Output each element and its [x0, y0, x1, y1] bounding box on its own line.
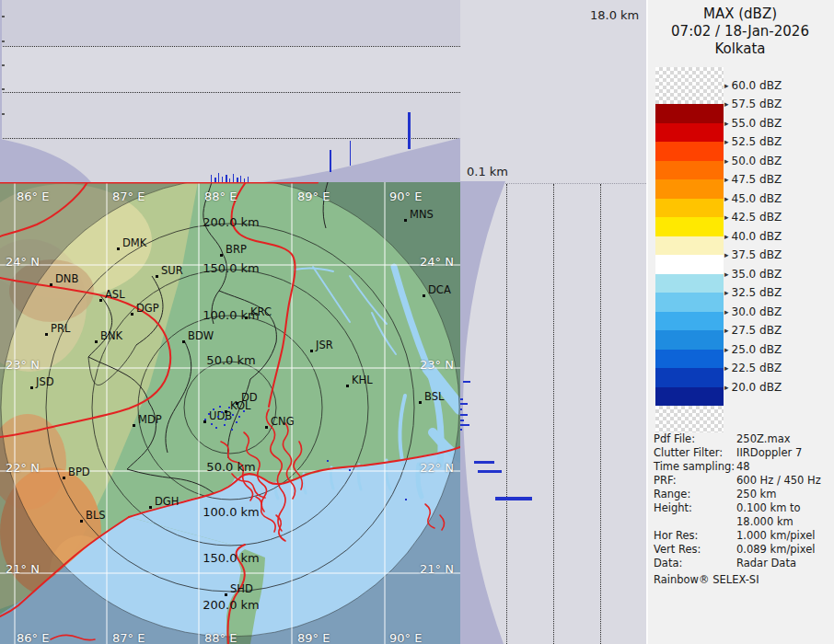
dbz-scale-label: ▸55.0 dBZ — [724, 116, 782, 131]
radar-product-window: 86° E86° E87° E87° E88° E88° E89° E89° E… — [0, 0, 834, 644]
metadata-row: Range:250 km — [654, 488, 830, 501]
metadata-value: 0.100 km to — [736, 501, 801, 514]
radar-echo-profile — [459, 403, 468, 405]
radar-echo-profile — [495, 497, 532, 500]
top-height-panel — [0, 0, 460, 182]
dbz-band — [655, 368, 724, 387]
dbz-color-scale — [655, 67, 724, 432]
dbz-band — [655, 179, 724, 199]
dbz-scale-label: ▸42.5 dBZ — [724, 210, 782, 224]
metadata-label: Clutter Filter: — [654, 446, 736, 460]
radar-echo-profile — [233, 174, 234, 182]
scale-tick-arrow-icon: ▸ — [724, 270, 729, 279]
dbz-scale-label: ▸50.0 dBZ — [724, 154, 782, 168]
radar-echo-profile — [463, 381, 470, 383]
scale-tick-arrow-icon: ▸ — [724, 250, 729, 259]
dbz-scale-label: ▸27.5 dBZ — [724, 323, 782, 338]
dbz-scale-label: ▸57.5 dBZ — [724, 97, 782, 111]
radar-map — [0, 182, 460, 644]
scale-tick-arrow-icon: ▸ — [724, 326, 729, 335]
scale-tick-arrow-icon: ▸ — [724, 232, 729, 241]
scale-tick-arrow-icon: ▸ — [724, 156, 729, 166]
color-scale-bands — [655, 104, 724, 406]
dbz-band — [655, 236, 724, 256]
metadata-label: Hor Res: — [654, 529, 736, 543]
dbz-scale-label: ▸32.5 dBZ — [724, 285, 782, 300]
product-metadata: Pdf File:250Z.maxClutter Filter:IIRDoppl… — [654, 432, 830, 587]
dbz-scale-label: ▸22.5 dBZ — [724, 361, 782, 375]
scale-tick-arrow-icon: ▸ — [724, 307, 729, 316]
radar-echo-profile — [474, 461, 494, 464]
color-scale-overflow-bottom — [655, 406, 724, 432]
product-name: MAX (dBZ) — [646, 6, 834, 23]
radar-echo-profile — [330, 150, 331, 172]
product-datetime: 07:02 / 18-Jan-2026 — [646, 23, 834, 40]
metadata-rows: Pdf File:250Z.maxClutter Filter:IIRDoppl… — [654, 432, 830, 570]
dbz-scale-label: ▸30.0 dBZ — [724, 305, 782, 319]
metadata-value: 18.000 km — [736, 515, 793, 528]
metadata-value: IIRDoppler 7 — [736, 446, 802, 459]
software-brand: Rainbow® SELEX-SI — [654, 573, 830, 587]
metadata-value: Radar Data — [736, 557, 796, 569]
scale-tick-arrow-icon: ▸ — [724, 363, 729, 373]
metadata-row: Height:0.100 km to — [654, 501, 830, 515]
metadata-label: Time sampling: — [654, 460, 736, 474]
top-panel-echoes — [0, 0, 460, 182]
dbz-band — [655, 330, 724, 350]
dbz-scale-label: ▸47.5 dBZ — [724, 172, 782, 187]
metadata-label: Range: — [654, 488, 736, 501]
dbz-scale-label: ▸45.0 dBZ — [724, 191, 782, 206]
metadata-label: Data: — [654, 557, 736, 570]
metadata-value: 250 km — [736, 488, 776, 500]
dbz-scale-label: ▸35.0 dBZ — [724, 267, 782, 282]
dbz-band — [655, 123, 724, 143]
metadata-row: Vert Res:0.089 km/pixel — [654, 543, 830, 557]
dbz-band — [655, 387, 724, 407]
dbz-band — [655, 350, 724, 369]
dbz-scale-label: ▸52.5 dBZ — [724, 134, 782, 149]
metadata-value: 250Z.max — [736, 432, 791, 445]
scale-tick-arrow-icon: ▸ — [724, 213, 729, 222]
radar-echo-profile — [211, 175, 212, 182]
radar-echo-profile — [240, 176, 241, 182]
side-panel-out-of-range-shading — [460, 138, 650, 644]
color-scale-overflow-top — [655, 67, 724, 104]
radar-echo-profile — [460, 424, 469, 426]
dbz-scale-label: ▸25.0 dBZ — [724, 342, 782, 357]
dbz-band — [655, 161, 724, 180]
dbz-band — [655, 142, 724, 161]
scale-tick-arrow-icon: ▸ — [724, 81, 729, 90]
station-name: Kolkata — [646, 40, 834, 58]
scale-tick-arrow-icon: ▸ — [724, 175, 729, 184]
dbz-band — [655, 293, 724, 312]
scale-tick-arrow-icon: ▸ — [724, 345, 729, 354]
radar-echo-profile — [408, 112, 411, 149]
metadata-label: Pdf File: — [654, 432, 736, 446]
dbz-band — [655, 312, 724, 331]
scale-tick-arrow-icon: ▸ — [724, 99, 729, 109]
height-axis-min-label: 0.1 km — [467, 165, 508, 178]
metadata-row: Time sampling:48 — [654, 460, 830, 474]
dbz-band — [655, 274, 724, 293]
radar-echo-profile — [226, 175, 227, 182]
metadata-row: Pdf File:250Z.max — [654, 432, 830, 446]
metadata-label: Height: — [654, 501, 736, 515]
height-axis-max-label: 18.0 km — [590, 8, 639, 22]
scale-tick-arrow-icon: ▸ — [724, 119, 729, 128]
radar-echo-profile — [218, 173, 219, 182]
metadata-row: 18.000 km — [654, 515, 830, 529]
metadata-row: PRF:600 Hz / 450 Hz — [654, 474, 830, 488]
metadata-label: Vert Res: — [654, 543, 736, 557]
metadata-label: PRF: — [654, 474, 736, 488]
radar-echo-profile — [350, 141, 351, 166]
metadata-row: Data:Radar Data — [654, 557, 830, 570]
metadata-row: Clutter Filter:IIRDoppler 7 — [654, 446, 830, 460]
scale-tick-arrow-icon: ▸ — [724, 194, 729, 203]
scale-tick-arrow-icon: ▸ — [724, 288, 729, 297]
scale-tick-arrow-icon: ▸ — [724, 137, 729, 146]
scale-tick-arrow-icon: ▸ — [724, 383, 729, 392]
dbz-band — [655, 199, 724, 218]
dbz-band — [655, 255, 724, 274]
dbz-band — [655, 217, 724, 236]
radar-echo-profile — [478, 470, 502, 473]
